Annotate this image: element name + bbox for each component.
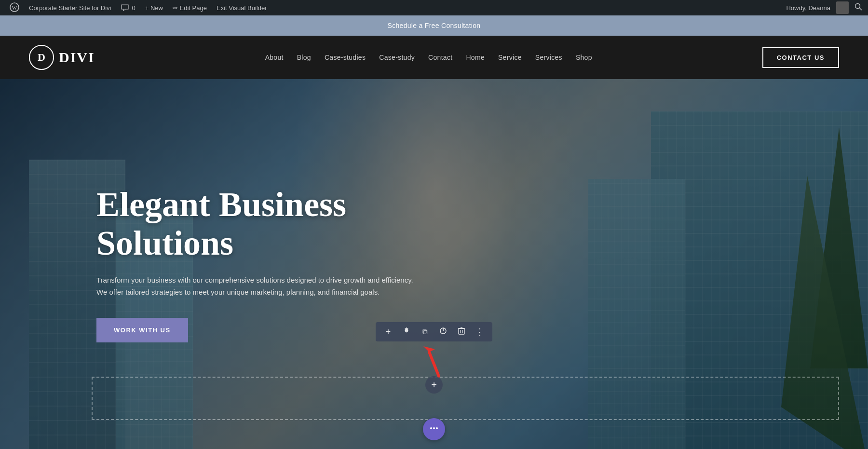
more-options-floating	[423, 418, 445, 440]
logo-letter: D	[38, 51, 45, 64]
plus-circle-icon: +	[431, 380, 437, 391]
toolbar-ellipsis-icon: ⋮	[475, 327, 485, 337]
nav-item-case-study[interactable]: Case-study	[379, 54, 415, 61]
contact-us-button[interactable]: CONTACT US	[762, 47, 839, 68]
svg-text:W: W	[12, 5, 17, 11]
toolbar-clone-icon: ⧉	[422, 327, 428, 336]
avatar	[836, 1, 849, 14]
toolbar-clone-button[interactable]: ⧉	[419, 326, 431, 338]
module-toolbar: + ⧉	[376, 322, 492, 341]
toolbar-disable-button[interactable]	[437, 326, 449, 338]
svg-line-12	[429, 352, 439, 376]
nav-item-services[interactable]: Services	[535, 54, 562, 61]
site-header: D DIVI About Blog Case-studies Case-stud…	[0, 36, 868, 79]
hero-subtitle: Transform your business with our compreh…	[96, 274, 424, 299]
site-name-text: Corporate Starter Site for Divi	[29, 4, 111, 12]
exit-vb-label: Exit Visual Builder	[217, 4, 267, 12]
comment-count: 0	[132, 4, 136, 12]
nav-item-service[interactable]: Service	[498, 54, 522, 61]
svg-rect-6	[459, 328, 464, 334]
logo-text: DIVI	[59, 49, 95, 66]
svg-point-14	[430, 427, 432, 429]
toolbar-power-icon	[439, 327, 447, 337]
hero-cta-button[interactable]: WORK WITH US	[96, 318, 188, 342]
toolbar-more-button[interactable]: ⋮	[474, 326, 486, 338]
toolbar-plus-icon: +	[386, 327, 391, 337]
nav-item-case-studies[interactable]: Case-studies	[325, 54, 366, 61]
svg-marker-13	[423, 346, 435, 352]
toolbar-delete-button[interactable]	[456, 326, 467, 338]
wp-logo-item[interactable]: W	[6, 0, 23, 15]
svg-point-16	[436, 427, 438, 429]
toolbar-settings-button[interactable]	[401, 326, 412, 338]
wp-admin-bar: W Corporate Starter Site for Divi 0 + Ne…	[0, 0, 868, 15]
nav-item-blog[interactable]: Blog	[297, 54, 311, 61]
main-nav: About Blog Case-studies Case-study Conta…	[265, 54, 592, 61]
hero-title-line2: Solutions	[96, 224, 233, 262]
site-name-bar-item[interactable]: Corporate Starter Site for Divi	[25, 0, 115, 15]
module-toolbar-area: + ⧉	[376, 322, 492, 394]
nav-item-home[interactable]: Home	[466, 54, 485, 61]
hero-content: Elegant Business Solutions Transform you…	[0, 186, 424, 342]
promo-banner[interactable]: Schedule a Free Consultation	[0, 15, 868, 36]
comments-bar-item[interactable]: 0	[117, 0, 139, 15]
howdy-text: Howdy, Deanna	[786, 4, 830, 12]
toolbar-add-button[interactable]: +	[382, 326, 394, 338]
nav-item-shop[interactable]: Shop	[576, 54, 592, 61]
toolbar-gear-icon	[403, 327, 410, 337]
svg-line-3	[860, 8, 862, 11]
more-options-icon	[429, 423, 439, 435]
new-bar-item[interactable]: + New	[141, 0, 167, 15]
red-arrow	[415, 342, 453, 381]
more-options-button[interactable]	[423, 418, 445, 440]
hero-section: Elegant Business Solutions Transform you…	[0, 79, 868, 449]
exit-vb-bar-item[interactable]: Exit Visual Builder	[213, 0, 271, 15]
logo[interactable]: D DIVI	[29, 45, 95, 70]
hero-title-line1: Elegant Business	[96, 185, 346, 224]
edit-page-label: ✏ Edit Page	[173, 4, 207, 12]
logo-circle: D	[29, 45, 54, 70]
svg-point-15	[433, 427, 435, 429]
wp-logo-icon: W	[10, 2, 19, 14]
svg-point-2	[855, 4, 860, 9]
add-section-button[interactable]: +	[425, 376, 443, 394]
nav-item-contact[interactable]: Contact	[428, 54, 452, 61]
search-icon[interactable]	[854, 3, 862, 13]
edit-page-bar-item[interactable]: ✏ Edit Page	[169, 0, 211, 15]
new-label: + New	[145, 4, 163, 12]
promo-text: Schedule a Free Consultation	[388, 22, 481, 29]
toolbar-trash-icon	[458, 327, 465, 337]
nav-item-about[interactable]: About	[265, 54, 284, 61]
hero-title: Elegant Business Solutions	[96, 186, 424, 262]
